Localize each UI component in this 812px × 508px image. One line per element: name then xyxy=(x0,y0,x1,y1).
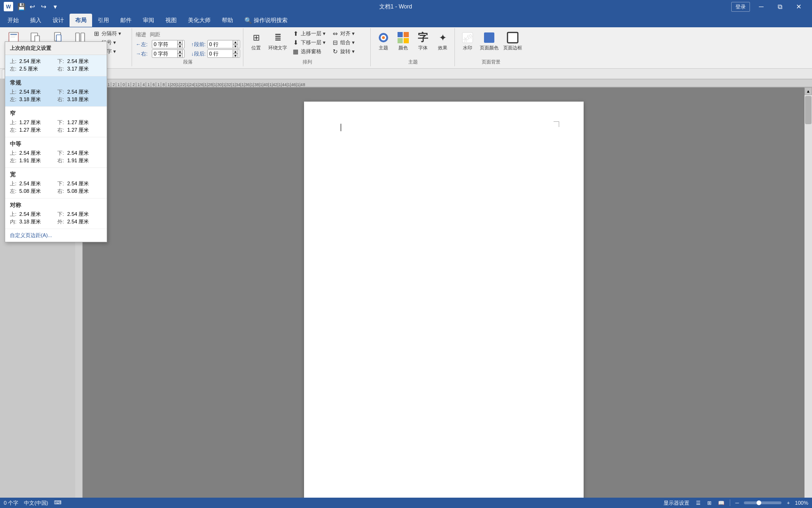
indent-left-up[interactable]: ▲ xyxy=(177,40,183,44)
wrap-button[interactable]: ≣ 环绕文字 xyxy=(267,29,289,52)
redo-button[interactable]: ↪ xyxy=(39,1,49,12)
display-settings-button[interactable]: 显示器设置 xyxy=(662,500,691,507)
page-color-icon xyxy=(482,30,497,45)
view-read-button[interactable]: 📖 xyxy=(717,500,726,506)
customize-button[interactable]: ▾ xyxy=(50,1,60,12)
login-button[interactable]: 登录 xyxy=(731,2,750,12)
margin-symmetric-title: 对称 xyxy=(10,201,102,209)
scroll-up-button[interactable]: ▲ xyxy=(804,87,812,95)
document-page[interactable] xyxy=(304,102,584,508)
margin-wide-section[interactable]: 宽 上: 2.54 厘米 下: 2.54 厘米 左: 5.08 厘米 右: 5.… xyxy=(5,168,107,198)
spacing-before-up[interactable]: ▲ xyxy=(233,40,238,44)
margin-medium-title: 中等 xyxy=(10,140,102,148)
spacing-before-down[interactable]: ▼ xyxy=(233,44,238,48)
spacing-before-input[interactable]: 0 行 ▲▼ xyxy=(207,40,240,48)
spacing-before-value: 0 行 xyxy=(209,41,233,48)
normal-top-val: 2.54 厘米 xyxy=(19,88,54,95)
margin-symmetric-section[interactable]: 对称 上: 2.54 厘米 下: 2.54 厘米 内: 3.18 厘米 外: 2… xyxy=(5,198,107,229)
input-mode-icon[interactable]: ⌨ xyxy=(54,500,62,507)
indent-left-input[interactable]: 0 字符 ▲▼ xyxy=(152,40,185,48)
text-cursor xyxy=(341,124,341,131)
custom-left-label: 左: xyxy=(10,65,17,72)
watermark-icon: 水印 xyxy=(460,30,475,45)
effects-button[interactable]: ✦ 效果 xyxy=(434,29,452,52)
zoom-slider-thumb[interactable] xyxy=(757,500,761,505)
theme-button[interactable]: 主题 xyxy=(375,29,392,52)
zoom-out-button[interactable]: ─ xyxy=(734,500,741,506)
split-chars-label: 分隔符 ▾ xyxy=(102,30,121,37)
select-pane-button[interactable]: ▦ 选择窗格 xyxy=(290,47,328,56)
svg-rect-18 xyxy=(404,38,409,43)
scroll-thumb[interactable] xyxy=(805,96,812,124)
margin-narrow-section[interactable]: 窄 上: 1.27 厘米 下: 1.27 厘米 左: 1.27 厘米 右: 1.… xyxy=(5,107,107,137)
medium-right-val: 1.91 厘米 xyxy=(67,157,102,164)
split-chars-button[interactable]: ⊞ 分隔符 ▾ xyxy=(91,29,129,38)
narrow-top-val: 1.27 厘米 xyxy=(19,119,54,126)
custom-left-row: 左: 2.5 厘米 右: 3.17 厘米 xyxy=(10,65,102,72)
custom-margins-button[interactable]: 自定义页边距(A)... xyxy=(5,229,107,242)
minimize-button[interactable]: ─ xyxy=(752,0,771,13)
svg-rect-10 xyxy=(76,33,79,42)
position-icon: ⊞ xyxy=(249,30,264,45)
indent-left-down[interactable]: ▼ xyxy=(177,44,183,48)
word-count: 0 个字 xyxy=(4,500,18,507)
align-icon: ⇔ xyxy=(331,30,339,37)
tab-view[interactable]: 视图 xyxy=(160,14,182,27)
tab-mailing[interactable]: 邮件 xyxy=(115,14,137,27)
narrow-top-row: 上: 1.27 厘米 下: 1.27 厘米 xyxy=(10,119,102,126)
quick-access-toolbar: 💾 ↩ ↪ ▾ xyxy=(16,1,60,12)
rotate-button[interactable]: ↻ 旋转 ▾ xyxy=(330,47,367,56)
align-button[interactable]: ⇔ 对齐 ▾ xyxy=(330,29,367,38)
indent-right-input[interactable]: 0 字符 ▲▼ xyxy=(152,49,185,58)
spacing-after-down[interactable]: ▼ xyxy=(233,54,238,58)
tab-insert[interactable]: 插入 xyxy=(24,14,47,27)
view-outline-button[interactable]: ☰ xyxy=(695,500,702,506)
tab-help[interactable]: 帮助 xyxy=(216,14,239,27)
tab-search[interactable]: 🔍操作说明搜索 xyxy=(239,14,293,27)
margin-normal-section[interactable]: 常规 上: 2.54 厘米 下: 2.54 厘米 左: 3.18 厘米 右: 3… xyxy=(5,76,107,107)
view-grid-button[interactable]: ⊞ xyxy=(706,500,713,506)
custom-top-row: 上: 2.54 厘米 下: 2.54 厘米 xyxy=(10,58,102,65)
save-button[interactable]: 💾 xyxy=(16,1,26,12)
app-icon-letter: W xyxy=(6,4,11,9)
spacing-before-label: ↑段前: xyxy=(191,41,206,48)
group-button[interactable]: ⊟ 组合 ▾ xyxy=(330,38,367,47)
app-icon: W xyxy=(4,2,13,11)
wrap-icon: ≣ xyxy=(270,30,285,45)
indent-right-up[interactable]: ▲ xyxy=(177,49,183,54)
custom-last-section[interactable]: 上: 2.54 厘米 下: 2.54 厘米 左: 2.5 厘米 右: 3.17 … xyxy=(5,55,107,76)
sym-inner-row: 内: 3.18 厘米 外: 2.54 厘米 xyxy=(10,218,102,225)
document-scroll[interactable] xyxy=(83,87,804,508)
margin-medium-section[interactable]: 中等 上: 2.54 厘米 下: 2.54 厘米 左: 1.91 厘米 右: 1… xyxy=(5,137,107,168)
tab-home[interactable]: 开始 xyxy=(2,14,24,27)
svg-rect-17 xyxy=(398,38,403,43)
select-pane-label: 选择窗格 xyxy=(301,48,321,55)
indent-right-down[interactable]: ▼ xyxy=(177,54,183,58)
tab-review[interactable]: 审阅 xyxy=(137,14,160,27)
zoom-in-button[interactable]: + xyxy=(785,500,791,506)
fonts-button[interactable]: 字 字体 xyxy=(414,29,432,52)
restore-button[interactable]: ⧉ xyxy=(771,0,789,13)
watermark-button[interactable]: 水印 水印 xyxy=(459,29,476,52)
page-color-button[interactable]: 页面颜色 xyxy=(478,29,500,52)
colors-button[interactable]: 颜色 xyxy=(394,29,412,52)
position-button[interactable]: ⊞ 位置 xyxy=(247,29,265,52)
tab-design[interactable]: 设计 xyxy=(47,14,70,27)
spacing-after-up[interactable]: ▲ xyxy=(233,49,238,54)
send-down-icon: ⬇ xyxy=(292,39,299,46)
theme-icon xyxy=(376,30,391,45)
tab-beauty[interactable]: 美化大师 xyxy=(182,14,216,27)
tab-references[interactable]: 引用 xyxy=(92,14,115,27)
close-button[interactable]: ✕ xyxy=(789,0,808,13)
tab-layout[interactable]: 布局 xyxy=(70,14,92,27)
page-corner-marker-tr xyxy=(554,121,559,127)
spacing-after-input[interactable]: 0 行 ▲▼ xyxy=(207,49,240,58)
svg-rect-9 xyxy=(56,35,61,41)
custom-right-label: 右: xyxy=(56,65,65,72)
effects-icon: ✦ xyxy=(435,30,450,45)
send-down-button[interactable]: ⬇ 下移一层 ▾ xyxy=(290,38,328,47)
right-scrollbar[interactable]: ▲ ▼ xyxy=(804,87,812,508)
page-border-button[interactable]: 页面边框 xyxy=(502,29,523,52)
undo-button[interactable]: ↩ xyxy=(27,1,38,12)
bring-up-button[interactable]: ⬆ 上移一层 ▾ xyxy=(290,29,328,38)
